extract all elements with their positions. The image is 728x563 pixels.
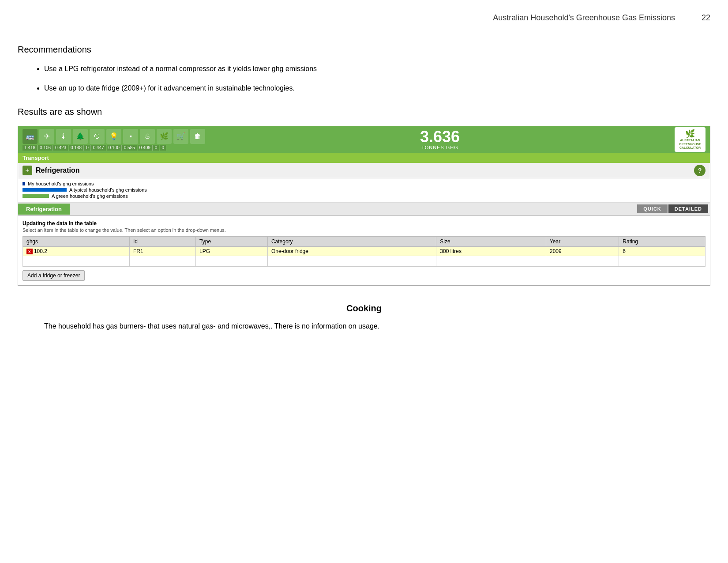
page-header: Australian Household's Greenhouse Gas Em… [18,9,710,31]
calc-logo: 🌿 AUSTRALIANGREENHOUSECALCULATOR [675,127,705,151]
refrigeration-table: ghgs Id Type Category Size Year Rating x… [23,236,705,267]
logo-text: AUSTRALIANGREENHOUSECALCULATOR [679,139,701,150]
calc-icon-row: 🚌 ✈ 🌡 🌲 ⏲ 💡 ▪ ♨ 🌿 🛒 🗑 [23,129,205,144]
results-heading: Results are as shown [18,107,710,117]
cell-rating[interactable]: 6 [619,247,705,256]
section-title-label: Refrigeration [36,166,80,174]
cell-size[interactable]: 300 litres [436,247,546,256]
help-button[interactable]: ? [694,165,705,176]
cooking-title: Cooking [18,303,710,314]
cooking-text: The household has gas burners- that uses… [18,322,710,330]
recommendation-item-1: Use a LPG refrigerator instead of a norm… [44,64,710,74]
empty-type [196,256,268,267]
empty-ghgs [23,256,130,267]
col-rating: Rating [619,237,705,247]
val-tree: 0.148 [69,145,84,151]
cart-icon[interactable]: 🛒 [173,129,188,144]
empty-size [436,256,546,267]
col-id: Id [129,237,195,247]
calc-left-panel: 🚌 ✈ 🌡 🌲 ⏲ 💡 ▪ ♨ 🌿 🛒 🗑 1.418 0.106 0.423 … [23,129,205,151]
val-transport: 1.418 [23,145,38,151]
calc-topbar: 🚌 ✈ 🌡 🌲 ⏲ 💡 ▪ ♨ 🌿 🛒 🗑 1.418 0.106 0.423 … [18,126,710,153]
table-row: x 100.2 FR1 LPG One-door fridge 300 litr… [23,247,705,256]
cell-year[interactable]: 2009 [546,247,619,256]
empty-category [267,256,436,267]
calc-table-area: Updating the data in the table Select an… [18,216,710,285]
nav-tab-label: Transport [23,155,49,161]
val-garden: 0.409 [138,145,153,151]
val-light: 0.447 [91,145,106,151]
refrigeration-tab[interactable]: Refrigeration [18,204,70,215]
calc-values-row: 1.418 0.106 0.423 0.148 0 0.447 0.100 0.… [23,145,205,151]
quick-view-button[interactable]: QUICK [637,204,667,213]
trash-icon[interactable]: 🗑 [190,129,205,144]
plane-icon[interactable]: ✈ [39,129,54,144]
ghgs-value: 100.2 [34,248,47,254]
col-ghgs: ghgs [23,237,130,247]
tonnes-label: Tonnes ghg [420,145,460,150]
legend-bar-typical [23,188,67,192]
calc-center-panel: 3.636 Tonnes ghg [420,129,460,150]
heating-icon[interactable]: 🌡 [56,129,71,144]
legend-typical-label: A typical household's ghg emissions [69,187,147,193]
empty-rating [619,256,705,267]
legend-row-typical: A typical household's ghg emissions [23,187,705,193]
calc-tab-row: Refrigeration QUICK DETAILED [18,203,710,216]
col-size: Size [436,237,546,247]
legend-green-label: A green household's ghg emissions [52,193,128,199]
col-year: Year [546,237,619,247]
val-cart: 0 [153,145,160,151]
page-number: 22 [702,13,710,23]
fridge-icon[interactable]: ▪ [123,129,138,144]
detailed-view-button[interactable]: DETAILED [668,204,708,213]
recommendation-item-2: Use an up to date fridge (2009+) for it … [44,83,710,94]
legend-bar-green [23,194,49,198]
add-fridge-button[interactable]: Add a fridge or freezer [23,270,85,281]
document-title: Australian Household's Greenhouse Gas Em… [493,13,675,23]
col-type: Type [196,237,268,247]
legend-row-my: My household's ghg emissions [23,181,705,186]
cooking-section: Cooking [18,303,710,314]
calculator-widget: 🚌 ✈ 🌡 🌲 ⏲ 💡 ▪ ♨ 🌿 🛒 🗑 1.418 0.106 0.423 … [18,126,710,286]
val-heating: 0.423 [53,145,68,151]
cooking-icon[interactable]: ♨ [140,129,155,144]
cell-ghgs: x 100.2 [23,247,130,256]
transport-icon[interactable]: 🚌 [23,129,38,144]
table-header-row: ghgs Id Type Category Size Year Rating [23,237,705,247]
empty-year [546,256,619,267]
legend-row-green: A green household's ghg emissions [23,193,705,199]
table-instructions-title: Updating the data in the table [23,220,705,227]
col-category: Category [267,237,436,247]
delete-row-button[interactable]: x [26,249,33,254]
light-icon[interactable]: 💡 [106,129,121,144]
cell-type[interactable]: LPG [196,247,268,256]
tree-icon[interactable]: 🌲 [73,129,88,144]
calc-section-bar: + Refrigeration ? [18,163,710,178]
val-plane: 0.106 [38,145,53,151]
val-fridge: 0.100 [107,145,122,151]
view-buttons: QUICK DETAILED [635,203,710,215]
recommendations-list: Use a LPG refrigerator instead of a norm… [18,64,710,94]
garden-icon[interactable]: 🌿 [157,129,172,144]
calc-nav-tab[interactable]: Transport [18,153,710,163]
logo-icon: 🌿 [685,129,695,139]
val-cooking: 0.585 [122,145,137,151]
cell-category[interactable]: One-door fridge [267,247,436,256]
table-empty-row [23,256,705,267]
val-appliance: 0 [84,145,91,151]
empty-id [129,256,195,267]
table-instructions-text: Select an item in the table to change th… [23,227,705,233]
appliance-icon[interactable]: ⏲ [90,129,105,144]
legend-bar-my [23,182,25,185]
total-ghg-value: 3.636 [420,129,460,145]
add-section-button[interactable]: + [23,166,32,175]
section-title-group: + Refrigeration [23,166,80,175]
cell-id[interactable]: FR1 [129,247,195,256]
legend-my-label: My household's ghg emissions [28,181,94,186]
val-trash: 0 [160,145,166,151]
recommendations-heading: Recommendations [18,45,710,55]
calc-legend: My household's ghg emissions A typical h… [18,178,710,203]
